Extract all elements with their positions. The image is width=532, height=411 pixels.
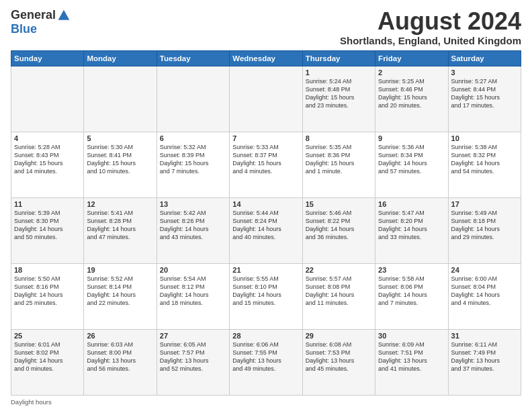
calendar-header-friday: Friday (375, 50, 448, 66)
calendar-header-thursday: Thursday (302, 50, 375, 66)
calendar-cell: 22Sunrise: 5:57 AM Sunset: 8:08 PM Dayli… (302, 263, 375, 329)
calendar-week-row: 4Sunrise: 5:28 AM Sunset: 8:43 PM Daylig… (11, 132, 521, 197)
day-info: Sunrise: 5:58 AM Sunset: 8:06 PM Dayligh… (378, 275, 445, 308)
calendar-cell: 29Sunrise: 6:08 AM Sunset: 7:53 PM Dayli… (302, 329, 375, 395)
calendar-header-saturday: Saturday (448, 50, 521, 66)
day-number: 27 (160, 332, 226, 340)
day-number: 22 (306, 266, 372, 274)
day-info: Sunrise: 5:44 AM Sunset: 8:24 PM Dayligh… (232, 209, 299, 242)
day-info: Sunrise: 5:52 AM Sunset: 8:14 PM Dayligh… (87, 275, 153, 308)
day-info: Sunrise: 5:33 AM Sunset: 8:37 PM Dayligh… (232, 143, 299, 176)
calendar-cell: 21Sunrise: 5:55 AM Sunset: 8:10 PM Dayli… (230, 263, 302, 329)
calendar-cell: 10Sunrise: 5:38 AM Sunset: 8:32 PM Dayli… (448, 132, 521, 197)
day-info: Sunrise: 5:35 AM Sunset: 8:36 PM Dayligh… (306, 143, 372, 176)
day-info: Sunrise: 5:30 AM Sunset: 8:41 PM Dayligh… (87, 143, 153, 176)
day-number: 19 (87, 266, 153, 274)
logo-icon (57, 9, 71, 22)
calendar-cell: 12Sunrise: 5:41 AM Sunset: 8:28 PM Dayli… (84, 197, 157, 263)
calendar-cell: 2Sunrise: 5:25 AM Sunset: 8:46 PM Daylig… (375, 66, 448, 132)
day-info: Sunrise: 6:11 AM Sunset: 7:49 PM Dayligh… (451, 340, 518, 373)
calendar-cell: 16Sunrise: 5:47 AM Sunset: 8:20 PM Dayli… (375, 197, 448, 263)
calendar-table: SundayMondayTuesdayWednesdayThursdayFrid… (11, 50, 521, 396)
day-number: 24 (451, 266, 518, 274)
day-number: 25 (14, 332, 81, 340)
day-info: Sunrise: 5:39 AM Sunset: 8:30 PM Dayligh… (14, 209, 81, 242)
header: General Blue August 2024 Shortlands, Eng… (11, 8, 521, 46)
day-info: Sunrise: 6:09 AM Sunset: 7:51 PM Dayligh… (378, 340, 445, 373)
calendar-header-wednesday: Wednesday (230, 50, 302, 66)
logo-general: General (11, 8, 56, 22)
logo-blue: Blue (11, 22, 37, 36)
day-number: 28 (232, 332, 299, 340)
logo: General Blue (11, 8, 71, 36)
calendar-cell: 17Sunrise: 5:49 AM Sunset: 8:18 PM Dayli… (448, 197, 521, 263)
calendar-header-monday: Monday (84, 50, 157, 66)
location: Shortlands, England, United Kingdom (340, 35, 521, 46)
day-number: 16 (378, 200, 445, 208)
day-info: Sunrise: 5:50 AM Sunset: 8:16 PM Dayligh… (14, 275, 81, 308)
day-info: Sunrise: 5:41 AM Sunset: 8:28 PM Dayligh… (87, 209, 153, 242)
day-info: Sunrise: 6:03 AM Sunset: 8:00 PM Dayligh… (87, 340, 153, 373)
day-number: 15 (306, 200, 372, 208)
day-number: 12 (87, 200, 153, 208)
day-number: 5 (87, 134, 153, 142)
day-number: 18 (14, 266, 81, 274)
day-number: 29 (306, 332, 372, 340)
day-info: Sunrise: 5:24 AM Sunset: 8:48 PM Dayligh… (306, 77, 372, 110)
title-block: August 2024 Shortlands, England, United … (340, 8, 521, 46)
day-info: Sunrise: 5:57 AM Sunset: 8:08 PM Dayligh… (306, 275, 372, 308)
page: General Blue August 2024 Shortlands, Eng… (0, 0, 532, 411)
calendar-cell: 5Sunrise: 5:30 AM Sunset: 8:41 PM Daylig… (84, 132, 157, 197)
calendar-cell: 8Sunrise: 5:35 AM Sunset: 8:36 PM Daylig… (302, 132, 375, 197)
calendar-week-row: 25Sunrise: 6:01 AM Sunset: 8:02 PM Dayli… (11, 329, 521, 395)
calendar-cell: 14Sunrise: 5:44 AM Sunset: 8:24 PM Dayli… (230, 197, 302, 263)
day-info: Sunrise: 5:32 AM Sunset: 8:39 PM Dayligh… (160, 143, 226, 176)
svg-marker-0 (58, 9, 70, 19)
calendar-cell: 4Sunrise: 5:28 AM Sunset: 8:43 PM Daylig… (11, 132, 84, 197)
day-number: 9 (378, 134, 445, 142)
month-title: August 2024 (340, 8, 521, 35)
calendar-cell (157, 66, 229, 132)
calendar-cell: 3Sunrise: 5:27 AM Sunset: 8:44 PM Daylig… (448, 66, 521, 132)
calendar-cell: 7Sunrise: 5:33 AM Sunset: 8:37 PM Daylig… (230, 132, 302, 197)
day-number: 6 (160, 134, 226, 142)
day-number: 20 (160, 266, 226, 274)
calendar-cell: 24Sunrise: 6:00 AM Sunset: 8:04 PM Dayli… (448, 263, 521, 329)
calendar-cell: 20Sunrise: 5:54 AM Sunset: 8:12 PM Dayli… (157, 263, 229, 329)
day-number: 8 (306, 134, 372, 142)
day-number: 17 (451, 200, 518, 208)
day-number: 2 (378, 68, 445, 77)
day-number: 1 (306, 68, 372, 77)
day-info: Sunrise: 5:54 AM Sunset: 8:12 PM Dayligh… (160, 275, 226, 308)
calendar-cell (230, 66, 302, 132)
day-number: 21 (232, 266, 299, 274)
calendar-header-row: SundayMondayTuesdayWednesdayThursdayFrid… (11, 50, 521, 66)
calendar-cell: 15Sunrise: 5:46 AM Sunset: 8:22 PM Dayli… (302, 197, 375, 263)
calendar-cell (84, 66, 157, 132)
calendar-cell: 19Sunrise: 5:52 AM Sunset: 8:14 PM Dayli… (84, 263, 157, 329)
day-number: 11 (14, 200, 81, 208)
calendar-cell: 6Sunrise: 5:32 AM Sunset: 8:39 PM Daylig… (157, 132, 229, 197)
day-number: 30 (378, 332, 445, 340)
day-info: Sunrise: 5:47 AM Sunset: 8:20 PM Dayligh… (378, 209, 445, 242)
day-info: Sunrise: 5:42 AM Sunset: 8:26 PM Dayligh… (160, 209, 226, 242)
day-info: Sunrise: 5:28 AM Sunset: 8:43 PM Dayligh… (14, 143, 81, 176)
logo-text: General (11, 8, 71, 22)
day-number: 3 (451, 68, 518, 77)
day-info: Sunrise: 5:36 AM Sunset: 8:34 PM Dayligh… (378, 143, 445, 176)
day-number: 14 (232, 200, 299, 208)
calendar-week-row: 11Sunrise: 5:39 AM Sunset: 8:30 PM Dayli… (11, 197, 521, 263)
day-info: Sunrise: 5:46 AM Sunset: 8:22 PM Dayligh… (306, 209, 372, 242)
calendar-cell: 25Sunrise: 6:01 AM Sunset: 8:02 PM Dayli… (11, 329, 84, 395)
footer-note: Daylight hours (11, 398, 521, 406)
calendar-cell (11, 66, 84, 132)
day-number: 7 (232, 134, 299, 142)
calendar-cell: 1Sunrise: 5:24 AM Sunset: 8:48 PM Daylig… (302, 66, 375, 132)
day-info: Sunrise: 6:06 AM Sunset: 7:55 PM Dayligh… (232, 340, 299, 373)
calendar-cell: 18Sunrise: 5:50 AM Sunset: 8:16 PM Dayli… (11, 263, 84, 329)
day-number: 23 (378, 266, 445, 274)
day-number: 10 (451, 134, 518, 142)
calendar-week-row: 18Sunrise: 5:50 AM Sunset: 8:16 PM Dayli… (11, 263, 521, 329)
day-info: Sunrise: 5:38 AM Sunset: 8:32 PM Dayligh… (451, 143, 518, 176)
day-info: Sunrise: 6:00 AM Sunset: 8:04 PM Dayligh… (451, 275, 518, 308)
